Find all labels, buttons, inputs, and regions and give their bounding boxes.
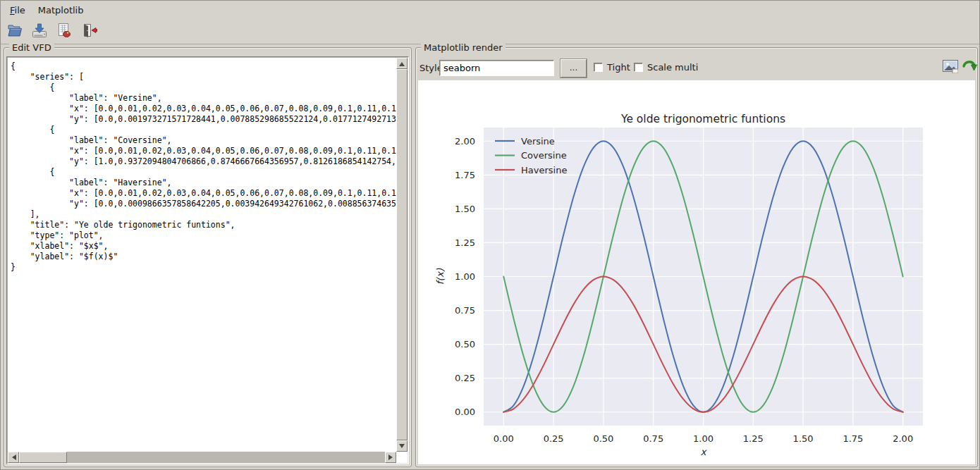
editor-line: ], <box>11 209 396 220</box>
x-tick-label: 1.50 <box>793 433 814 444</box>
open-file-button[interactable] <box>4 21 25 42</box>
scroll-up-button[interactable] <box>396 58 408 69</box>
editor-line: "xlabel": "$x$", <box>11 241 396 252</box>
editor-line: "ylabel": "$f(x)$" <box>11 252 396 262</box>
vfd-editor-frame: { "series": [ { "label": "Versine", "x":… <box>6 56 409 464</box>
menu-item-matplotlib[interactable]: Matplotlib <box>32 2 90 18</box>
chart-title: Ye olde trigonometric funtions <box>620 113 785 125</box>
exit-door-icon <box>80 22 97 41</box>
render-refresh-button[interactable] <box>961 59 978 76</box>
x-tick-label: 0.50 <box>593 433 613 444</box>
y-tick-label: 0.75 <box>455 305 475 316</box>
scroll-left-button[interactable] <box>8 452 19 463</box>
hscroll-thumb[interactable] <box>19 452 67 463</box>
editor-vscrollbar[interactable] <box>396 58 408 452</box>
editor-line: "title": "Ye olde trigonometric funtions… <box>11 220 396 230</box>
editor-line: "y": [1.0,0.9372094804706866,0.874666766… <box>11 156 396 167</box>
x-tick-label: 0.75 <box>643 433 663 444</box>
legend-label-versine: Versine <box>521 136 555 147</box>
editor-line: } <box>11 262 396 273</box>
matplotlib-render-title: Matplotlib render <box>421 42 506 53</box>
editor-line: { <box>11 61 396 72</box>
editor-line: "type": "plot", <box>11 230 396 241</box>
image-icon <box>943 60 958 75</box>
editor-line: "x": [0.0,0.01,0.02,0.03,0.04,0.05,0.06,… <box>11 146 396 156</box>
edit-vfd-groupbox: Edit VFD { "series": [ { "label": "Versi… <box>4 47 412 467</box>
quit-button[interactable] <box>78 21 99 42</box>
matplotlib-canvas: 0.000.250.500.751.001.251.501.752.000.00… <box>418 80 975 464</box>
x-axis-label: x <box>701 446 708 457</box>
y-tick-label: 1.50 <box>455 204 475 214</box>
tight-checkbox[interactable]: Tight <box>594 62 630 73</box>
x-tick-label: 1.00 <box>693 433 713 444</box>
chart-svg: 0.000.250.500.751.001.251.501.752.000.00… <box>418 80 976 465</box>
arrow-down-icon <box>399 444 405 451</box>
vfd-editor[interactable]: { "series": [ { "label": "Versine", "x":… <box>8 58 396 452</box>
scale-multi-checkbox-label: Scale multi <box>647 62 698 73</box>
toolbar <box>1 19 979 44</box>
y-tick-label: 0.25 <box>455 373 475 383</box>
editor-line: "series": [ <box>11 72 396 82</box>
arrow-left-icon <box>9 454 16 460</box>
y-axis-label: f(x) <box>434 268 446 285</box>
y-tick-label: 1.25 <box>455 237 475 248</box>
x-tick-label: 1.75 <box>843 433 863 444</box>
legend-label-haversine: Haversine <box>521 165 567 175</box>
refresh-arrow-icon <box>962 59 977 77</box>
export-render-button[interactable] <box>54 21 74 42</box>
x-tick-label: 0.00 <box>494 433 514 444</box>
y-tick-label: 1.75 <box>455 170 475 180</box>
tight-checkbox-label: Tight <box>607 62 630 73</box>
render-controls-row: Style ... Tight Scale multi <box>416 56 977 80</box>
editor-line: "label": "Coversine", <box>11 135 396 146</box>
editor-line: "y": [0.0,0.001973271571728441,0.0078852… <box>11 114 396 125</box>
editor-line: "y": [0.0,0.0009866357858642205,0.003942… <box>11 199 396 209</box>
save-file-button[interactable] <box>29 21 49 42</box>
menu-item-file[interactable]: File <box>4 2 32 18</box>
editor-line: "label": "Versine", <box>11 93 396 104</box>
x-tick-label: 2.00 <box>893 433 913 444</box>
document-chart-icon <box>56 22 73 41</box>
editor-hscrollbar[interactable] <box>8 452 396 463</box>
arrow-up-icon <box>399 59 405 66</box>
y-tick-label: 0.00 <box>455 407 475 417</box>
editor-line: { <box>11 82 396 93</box>
x-tick-label: 1.25 <box>743 433 764 444</box>
scroll-down-button[interactable] <box>396 440 408 452</box>
save-image-button[interactable] <box>942 59 959 76</box>
editor-line: "label": "Haversine", <box>11 178 396 188</box>
app-window: { "menu": { "items": [ { "label": "File"… <box>0 0 980 470</box>
scroll-right-button[interactable] <box>385 452 396 463</box>
open-folder-icon <box>6 22 23 41</box>
legend-label-coversine: Coversine <box>521 150 567 161</box>
scale-multi-checkbox[interactable]: Scale multi <box>634 62 698 73</box>
editor-line: "x": [0.0,0.01,0.02,0.03,0.04,0.05,0.06,… <box>11 188 396 199</box>
save-icon <box>31 22 48 41</box>
editor-line: { <box>11 167 396 178</box>
edit-vfd-title: Edit VFD <box>9 42 54 53</box>
style-input[interactable] <box>439 60 554 76</box>
editor-line: "x": [0.0,0.01,0.02,0.03,0.04,0.05,0.06,… <box>11 104 396 114</box>
style-browse-button[interactable]: ... <box>561 59 587 78</box>
editor-line: { <box>11 125 396 135</box>
y-tick-label: 2.00 <box>455 136 475 147</box>
vscroll-thumb[interactable] <box>396 69 408 440</box>
x-tick-label: 0.25 <box>544 433 564 444</box>
y-tick-label: 1.00 <box>455 271 475 282</box>
y-tick-label: 0.50 <box>455 339 475 350</box>
scale-multi-checkbox-box[interactable] <box>634 63 643 72</box>
tight-checkbox-box[interactable] <box>594 63 603 72</box>
menubar: FileMatplotlib <box>1 1 979 19</box>
arrow-right-icon <box>388 454 396 460</box>
matplotlib-render-groupbox: Matplotlib render Style ... Tight Scale … <box>415 47 978 467</box>
